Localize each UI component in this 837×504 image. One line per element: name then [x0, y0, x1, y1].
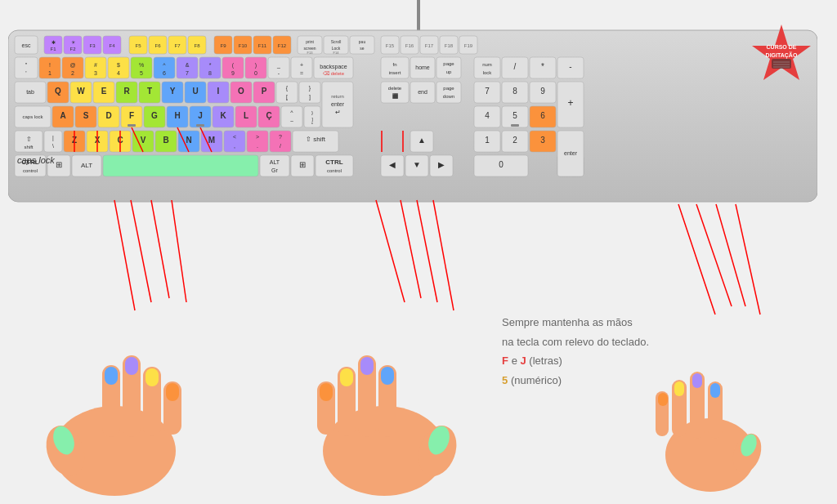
svg-rect-201 [103, 155, 258, 176]
svg-line-312 [131, 200, 151, 302]
svg-text:T: T [147, 87, 152, 96]
svg-text:backspace: backspace [320, 64, 347, 70]
svg-text:7: 7 [485, 87, 490, 96]
svg-text:shift: shift [24, 145, 33, 149]
svg-rect-223 [436, 82, 461, 103]
svg-text:F14: F14 [333, 51, 340, 55]
svg-text:_: _ [276, 62, 280, 69]
svg-line-314 [172, 200, 186, 302]
svg-text:9: 9 [540, 87, 545, 96]
svg-text:D: D [105, 111, 111, 120]
svg-rect-166 [44, 131, 62, 152]
svg-text:F7: F7 [174, 43, 181, 48]
svg-text:E: E [101, 87, 107, 96]
svg-text:3: 3 [540, 136, 545, 145]
svg-text:Scroll: Scroll [331, 39, 342, 44]
svg-text:insert: insert [389, 70, 401, 75]
svg-text:0: 0 [499, 160, 504, 169]
badge-container: CURSO DE DIGITAÇÃO [749, 23, 814, 88]
svg-text:lock: lock [483, 70, 493, 75]
svg-line-315 [376, 200, 405, 302]
svg-text:page: page [443, 86, 454, 91]
numpad-hand-svg [649, 332, 772, 496]
svg-text:Gr: Gr [271, 167, 278, 173]
svg-text:↵: ↵ [335, 109, 341, 116]
svg-text:V: V [141, 136, 146, 145]
main-container: CURSO DE DIGITAÇÃO esc ✱ F1 ☀ F2 F3 [0, 0, 837, 504]
svg-line-322 [736, 204, 760, 314]
svg-text:*: * [541, 62, 544, 71]
svg-text:,: , [234, 143, 235, 149]
svg-text:N: N [186, 136, 191, 145]
svg-text:page: page [443, 61, 454, 66]
svg-text:K: K [220, 111, 226, 120]
svg-text:H: H [174, 111, 180, 120]
svg-rect-215 [436, 57, 461, 78]
svg-text:O: O [238, 87, 244, 96]
keyboard-svg: esc ✱ F1 ☀ F2 F3 F4 F5 F6 F7 F8 F9 F10 F… [8, 26, 817, 206]
svg-text:1: 1 [48, 70, 51, 76]
svg-rect-310 [658, 393, 668, 406]
svg-line-320 [696, 204, 732, 306]
svg-text:ALT: ALT [81, 162, 92, 169]
svg-text:*: * [209, 62, 212, 68]
info-5-key: 5 [502, 374, 508, 386]
svg-text:F18: F18 [445, 43, 454, 48]
svg-text:M: M [208, 136, 215, 145]
svg-text:/: / [280, 143, 281, 149]
svg-text:num: num [482, 62, 492, 67]
svg-rect-297 [340, 368, 353, 386]
svg-text:W: W [77, 87, 85, 96]
svg-rect-306 [692, 373, 702, 388]
svg-text:se: se [360, 46, 365, 51]
svg-text:2: 2 [512, 136, 517, 145]
svg-text:ª: ª [286, 97, 288, 102]
info-line4: 5 (numérico) [502, 371, 649, 390]
badge-svg: CURSO DE DIGITAÇÃO [749, 23, 814, 88]
svg-text:): ) [255, 62, 257, 69]
svg-text:F: F [129, 111, 134, 120]
svg-text:6: 6 [540, 111, 545, 120]
svg-text:/: / [514, 62, 517, 71]
svg-text:&: & [186, 62, 190, 68]
info-letras: (letras) [529, 355, 562, 367]
svg-text:+: + [300, 62, 303, 68]
svg-text:F10: F10 [239, 43, 248, 48]
svg-text:F17: F17 [425, 43, 434, 48]
svg-text:J: J [198, 111, 203, 120]
svg-text:enter: enter [331, 101, 345, 107]
svg-text:⊞: ⊞ [56, 160, 62, 169]
info-f-key: F [502, 355, 508, 367]
svg-text:}: } [311, 110, 313, 115]
svg-text:A: A [60, 111, 65, 120]
svg-text:B: B [163, 136, 168, 145]
svg-text:?: ? [279, 134, 282, 140]
svg-text:F2: F2 [69, 47, 76, 51]
svg-text:⇧ shift: ⇧ shift [306, 136, 326, 143]
svg-line-319 [678, 204, 715, 314]
svg-rect-295 [360, 357, 374, 375]
svg-rect-148 [196, 124, 204, 127]
svg-text:F13: F13 [307, 51, 314, 55]
svg-rect-284 [145, 368, 159, 386]
svg-rect-304 [710, 383, 720, 398]
svg-text:F4: F4 [109, 43, 115, 48]
svg-text:return: return [331, 94, 344, 99]
svg-text:control: control [23, 168, 38, 173]
svg-text:3: 3 [94, 70, 97, 76]
svg-text:%: % [139, 62, 144, 68]
svg-text:✱: ✱ [51, 40, 56, 45]
svg-text:G: G [151, 111, 158, 120]
svg-text:up: up [446, 69, 452, 74]
svg-rect-255 [511, 124, 519, 127]
svg-text:#: # [94, 62, 97, 68]
svg-rect-234 [474, 57, 500, 78]
svg-text:☀: ☀ [71, 40, 75, 45]
svg-rect-202 [260, 155, 289, 176]
svg-line-316 [401, 200, 421, 298]
svg-text:tab: tab [26, 89, 34, 95]
svg-text:F12: F12 [278, 43, 287, 48]
info-text-container: Sempre mantenha as mãos na tecla com rel… [502, 313, 649, 390]
svg-rect-293 [381, 367, 394, 385]
svg-text:print: print [306, 39, 314, 44]
